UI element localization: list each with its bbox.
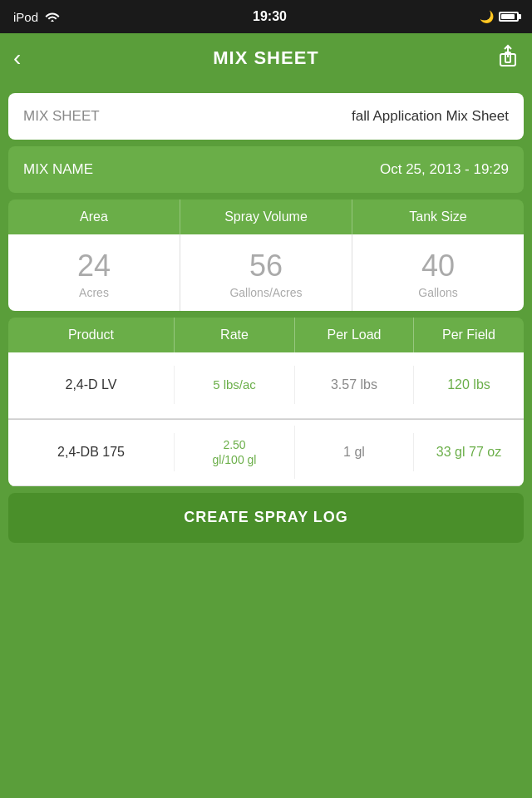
stats-area-header: Area — [8, 200, 180, 234]
stats-spray-cell: 56 Gallons/Acres — [180, 234, 352, 311]
product-name-2: 2,4-DB 175 — [8, 433, 175, 471]
mix-name-card: MIX NAME Oct 25, 2013 - 19:29 — [8, 146, 524, 193]
device-label: iPod — [13, 10, 38, 24]
share-button[interactable] — [497, 44, 519, 72]
product-rate-2: 2.50 gl/100 gl — [175, 426, 295, 479]
stats-header: Area Spray Volume Tank Size — [8, 200, 524, 234]
mix-sheet-label: MIX SHEET — [23, 108, 100, 125]
product-rate-1: 5 lbs/ac — [175, 366, 295, 404]
products-header: Product Rate Per Load Per Field — [8, 318, 524, 352]
nav-title: MIX SHEET — [213, 47, 319, 69]
create-spray-log-button[interactable]: CREATE SPRAY LOG — [8, 493, 524, 543]
status-right: 🌙 — [480, 10, 519, 23]
stats-tank-header: Tank Size — [352, 200, 524, 234]
mix-name-value: Oct 25, 2013 - 19:29 — [93, 161, 509, 178]
wifi-icon — [45, 10, 60, 24]
spray-unit: Gallons/Acres — [187, 286, 345, 299]
mix-sheet-value: fall Application Mix Sheet — [100, 108, 509, 125]
col-header-product: Product — [8, 318, 175, 352]
col-header-perload: Per Load — [295, 318, 414, 352]
main-content: MIX SHEET fall Application Mix Sheet MIX… — [0, 83, 532, 486]
stats-values: 24 Acres 56 Gallons/Acres 40 Gallons — [8, 234, 524, 311]
moon-icon: 🌙 — [480, 10, 494, 23]
stats-area-cell: 24 Acres — [8, 234, 180, 311]
nav-bar: ‹ MIX SHEET — [0, 33, 532, 83]
product-perfield-2: 33 gl 77 oz — [414, 433, 524, 471]
mix-name-label: MIX NAME — [23, 161, 93, 178]
area-number: 24 — [15, 249, 173, 283]
area-unit: Acres — [15, 286, 173, 299]
status-time: 19:30 — [253, 9, 287, 24]
status-bar: iPod 19:30 🌙 — [0, 0, 532, 33]
back-button[interactable]: ‹ — [13, 45, 21, 71]
tank-number: 40 — [359, 249, 517, 283]
mix-sheet-card: MIX SHEET fall Application Mix Sheet — [8, 93, 524, 140]
mix-sheet-row: MIX SHEET fall Application Mix Sheet — [8, 93, 524, 140]
stats-tank-cell: 40 Gallons — [352, 234, 524, 311]
tank-unit: Gallons — [359, 286, 517, 299]
stats-spray-header: Spray Volume — [180, 200, 352, 234]
stats-card: Area Spray Volume Tank Size 24 Acres 56 … — [8, 200, 524, 311]
product-row-1: 2,4-D LV 5 lbs/ac 3.57 lbs 120 lbs — [8, 352, 524, 419]
create-button-label: CREATE SPRAY LOG — [184, 509, 348, 526]
product-row-2: 2,4-DB 175 2.50 gl/100 gl 1 gl 33 gl 77 … — [8, 420, 524, 486]
product-perload-1: 3.57 lbs — [295, 366, 414, 404]
products-card: Product Rate Per Load Per Field 2,4-D LV… — [8, 318, 524, 486]
col-header-perfield: Per Field — [414, 318, 524, 352]
product-perload-2: 1 gl — [295, 433, 414, 471]
status-left: iPod — [13, 10, 60, 24]
col-header-rate: Rate — [175, 318, 295, 352]
spray-number: 56 — [187, 249, 345, 283]
product-name-1: 2,4-D LV — [8, 366, 175, 404]
product-perfield-1: 120 lbs — [414, 366, 524, 404]
battery-icon — [499, 12, 519, 22]
